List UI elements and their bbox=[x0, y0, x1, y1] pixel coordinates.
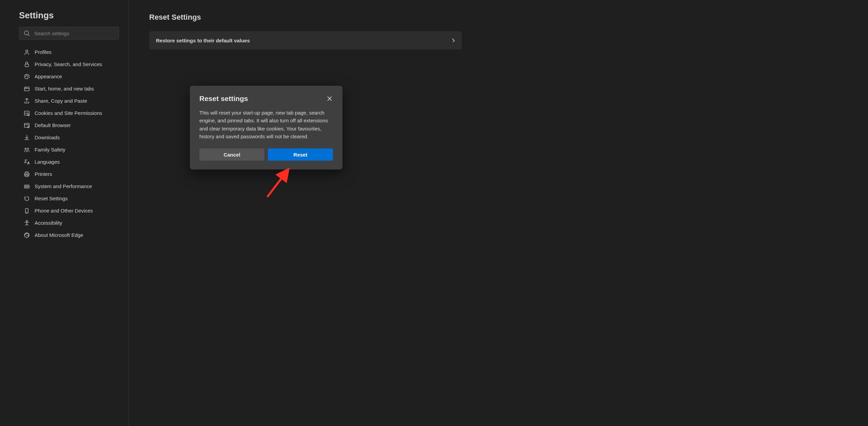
profiles-icon bbox=[23, 48, 30, 55]
sidebar-item-profiles[interactable]: Profiles bbox=[19, 46, 119, 58]
dialog-body-text: This will reset your start-up page, new … bbox=[199, 109, 333, 140]
sidebar-item-downloads[interactable]: Downloads bbox=[19, 131, 119, 143]
download-icon bbox=[23, 134, 30, 141]
sidebar-nav: ProfilesPrivacy, Search, and ServicesApp… bbox=[19, 46, 119, 241]
sidebar-item-default-browser[interactable]: Default Browser bbox=[19, 119, 119, 131]
palette-icon bbox=[23, 73, 30, 80]
sidebar-item-appearance[interactable]: Appearance bbox=[19, 70, 119, 82]
edge-icon bbox=[23, 231, 30, 238]
sidebar-item-accessibility[interactable]: Accessibility bbox=[19, 217, 119, 229]
sidebar-item-reset-settings[interactable]: Reset Settings bbox=[19, 192, 119, 204]
chip-icon bbox=[23, 183, 30, 189]
a11y-icon bbox=[23, 219, 30, 226]
dialog-title: Reset settings bbox=[199, 95, 248, 103]
sidebar-item-about-microsoft-edge[interactable]: About Microsoft Edge bbox=[19, 229, 119, 241]
cookie-icon bbox=[23, 109, 30, 116]
lock-icon bbox=[23, 61, 30, 67]
tab-icon bbox=[23, 85, 30, 92]
dialog-actions: Cancel Reset bbox=[199, 148, 333, 161]
sidebar-item-languages[interactable]: Languages bbox=[19, 156, 119, 168]
sidebar-item-label: Appearance bbox=[35, 74, 62, 79]
phone-icon bbox=[23, 207, 30, 214]
browser-icon bbox=[23, 122, 30, 128]
sidebar-title: Settings bbox=[19, 10, 119, 21]
reset-button[interactable]: Reset bbox=[268, 148, 333, 161]
restore-defaults-label: Restore settings to their default values bbox=[156, 38, 250, 43]
sidebar-item-label: Profiles bbox=[35, 49, 52, 55]
sidebar-item-label: Family Safety bbox=[35, 147, 65, 153]
main-panel: Reset Settings Restore settings to their… bbox=[129, 0, 868, 426]
sidebar-item-privacy-search-and-services[interactable]: Privacy, Search, and Services bbox=[19, 58, 119, 70]
reset-icon bbox=[23, 195, 30, 202]
language-icon bbox=[23, 158, 30, 165]
dialog-header: Reset settings bbox=[199, 95, 333, 103]
sidebar-item-label: Cookies and Site Permissions bbox=[35, 110, 102, 116]
restore-defaults-row[interactable]: Restore settings to their default values bbox=[149, 31, 462, 49]
sidebar-item-label: Printers bbox=[35, 171, 52, 177]
dialog-close-button[interactable] bbox=[326, 95, 333, 102]
sidebar-item-label: Default Browser bbox=[35, 122, 71, 128]
search-icon bbox=[24, 30, 30, 36]
sidebar-item-label: Accessibility bbox=[35, 220, 62, 226]
share-icon bbox=[23, 97, 30, 104]
sidebar-item-label: Share, Copy and Paste bbox=[35, 98, 87, 104]
reset-settings-dialog: Reset settings This will reset your star… bbox=[190, 86, 342, 169]
search-container bbox=[19, 27, 119, 40]
cancel-button[interactable]: Cancel bbox=[199, 148, 264, 161]
sidebar-item-system-and-performance[interactable]: System and Performance bbox=[19, 180, 119, 192]
sidebar-item-phone-and-other-devices[interactable]: Phone and Other Devices bbox=[19, 204, 119, 217]
family-icon bbox=[23, 146, 30, 153]
sidebar-item-label: Downloads bbox=[35, 135, 60, 140]
sidebar-item-printers[interactable]: Printers bbox=[19, 168, 119, 180]
page-heading: Reset Settings bbox=[149, 13, 848, 22]
sidebar-item-label: Privacy, Search, and Services bbox=[35, 61, 102, 67]
close-icon bbox=[327, 96, 332, 101]
printer-icon bbox=[23, 170, 30, 177]
sidebar-item-start-home-and-new-tabs[interactable]: Start, home, and new tabs bbox=[19, 82, 119, 95]
sidebar-item-family-safety[interactable]: Family Safety bbox=[19, 143, 119, 156]
settings-sidebar: Settings ProfilesPrivacy, Search, and Se… bbox=[0, 0, 129, 426]
sidebar-item-label: About Microsoft Edge bbox=[35, 232, 83, 238]
search-input[interactable] bbox=[19, 27, 119, 40]
sidebar-item-label: Reset Settings bbox=[35, 196, 68, 201]
sidebar-item-share-copy-and-paste[interactable]: Share, Copy and Paste bbox=[19, 95, 119, 107]
sidebar-item-label: System and Performance bbox=[35, 183, 92, 189]
chevron-right-icon bbox=[450, 37, 455, 43]
sidebar-item-label: Phone and Other Devices bbox=[35, 208, 93, 214]
settings-app: Settings ProfilesPrivacy, Search, and Se… bbox=[0, 0, 868, 426]
sidebar-item-label: Start, home, and new tabs bbox=[35, 86, 94, 92]
sidebar-item-cookies-and-site-permissions[interactable]: Cookies and Site Permissions bbox=[19, 107, 119, 119]
sidebar-item-label: Languages bbox=[35, 159, 60, 165]
